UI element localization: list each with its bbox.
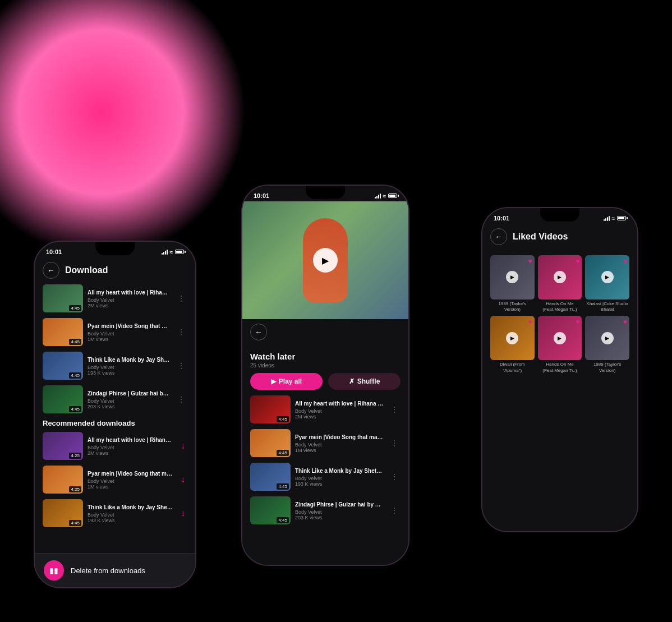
duration-2: 4:45: [69, 339, 81, 345]
wl-item-3[interactable]: 4:45 Think Like a Monk by Jay Shetty | E…: [250, 463, 401, 491]
rec-title-1: All my heart with love | Rihana | a beau…: [88, 436, 174, 444]
watch-later-header: ←: [250, 319, 401, 346]
wl-item-2[interactable]: 4:45 Pyar mein |Video Song that make you…: [250, 429, 401, 457]
video-channel-4: Body Velvet: [88, 398, 171, 404]
video-title-1: All my heart with love | Rihana | a beau…: [88, 289, 171, 296]
rec-views-2: 1M views: [88, 484, 174, 490]
wl-title-4: Zindagi Phirse | Gulzar hai by Amandeep …: [295, 501, 384, 508]
pause-button[interactable]: ▮▮: [44, 560, 64, 580]
liked-label-3: Khalasi |Coke Studio Bharat: [585, 301, 629, 313]
download-icon-2[interactable]: ↓: [178, 472, 187, 487]
rec-duration-1: 4:25: [69, 453, 81, 459]
liked-play-5[interactable]: ▶: [554, 332, 566, 344]
rec-title-2: Pyar mein |Video Song that make you fall…: [88, 470, 174, 477]
rec-channel-2: Body Velvet: [88, 478, 174, 484]
wl-title-2: Pyar mein |Video Song that make you fall…: [295, 434, 384, 441]
downloads-list: 4:45 All my heart with love | Rihana | a…: [43, 284, 187, 413]
liked-title: Liked Videos: [513, 232, 568, 242]
heart-1: ♥: [528, 257, 532, 265]
video-title-4: Zindagi Phirse | Gulzar hai by Amandeep …: [88, 390, 171, 397]
shuffle-button[interactable]: ✗ Shuffle: [328, 373, 401, 390]
wl-menu-1[interactable]: ⋮: [388, 403, 401, 416]
notch-2: [306, 186, 345, 199]
play-all-button[interactable]: ▶ Play all: [250, 373, 323, 390]
liked-label-1: 1989 (Taylor's Version): [490, 301, 535, 313]
video-views-1: 2M views: [88, 303, 171, 308]
wl-dur-2: 4:45: [277, 450, 289, 456]
hero-section: ▶: [242, 201, 408, 319]
download-title: Download: [65, 265, 108, 275]
recommended-item-2[interactable]: 4:25 Pyar mein |Video Song that make you…: [43, 466, 187, 494]
delete-text: Delete from downloads: [71, 566, 145, 575]
rec-thumb-1: 4:25: [43, 432, 83, 460]
thumb-3: 4:45: [43, 352, 83, 380]
rec-info-2: Pyar mein |Video Song that make you fall…: [88, 470, 174, 490]
wl-info-3: Think Like a Monk by Jay Shetty | Episod…: [295, 467, 384, 487]
video-info-1: All my heart with love | Rihana | a beau…: [88, 289, 171, 308]
wl-channel-3: Body Velvet: [295, 476, 384, 481]
liked-item-2[interactable]: ♥ ▶ Hands On Me (Feat.Megan Tr..): [538, 255, 582, 312]
video-info-4: Zindagi Phirse | Gulzar hai by Amandeep …: [88, 390, 171, 409]
thumb-2: 4:45: [43, 318, 83, 346]
rec-duration-2: 4:25: [69, 486, 81, 492]
rec-duration-3: 4:45: [69, 520, 81, 526]
download-icon-1[interactable]: ↓: [178, 439, 187, 453]
menu-icon-4[interactable]: ⋮: [175, 393, 187, 406]
time-3: 10:01: [494, 215, 509, 222]
heart-6: ♥: [623, 318, 627, 326]
heart-2: ♥: [576, 257, 579, 265]
recommended-item-3[interactable]: 4:45 Think Like a Monk by Jay Shetty | E…: [43, 499, 187, 527]
liked-play-4[interactable]: ▶: [506, 332, 518, 344]
liked-thumb-1: ♥ ▶: [490, 255, 535, 300]
wl-menu-4[interactable]: ⋮: [388, 504, 401, 517]
rec-info-1: All my heart with love | Rihana | a beau…: [88, 436, 174, 456]
video-title-2: Pyar mein |Video Song that make you fall…: [88, 322, 171, 330]
wl-title-3: Think Like a Monk by Jay Shetty | Episod…: [295, 467, 384, 474]
delete-bar[interactable]: ▮▮ Delete from downloads: [35, 553, 195, 587]
download-icon-3[interactable]: ↓: [178, 506, 187, 520]
wl-item-4[interactable]: 4:45 Zindagi Phirse | Gulzar hai by Aman…: [250, 496, 401, 524]
wl-item-1[interactable]: 4:45 All my heart with love | Rihana | a…: [250, 395, 401, 423]
download-item-4[interactable]: 4:45 Zindagi Phirse | Gulzar hai by Aman…: [43, 385, 187, 413]
wl-thumb-1: 4:45: [250, 395, 291, 423]
wl-info-2: Pyar mein |Video Song that make you fall…: [295, 434, 384, 453]
menu-icon-1[interactable]: ⋮: [175, 292, 187, 305]
liked-item-5[interactable]: ♥ ▶ Hands On Me (Feat.Megan Tr..): [538, 316, 582, 373]
back-button-2[interactable]: ←: [250, 324, 267, 340]
rec-thumb-2: 4:25: [43, 466, 83, 494]
menu-icon-3[interactable]: ⋮: [175, 359, 187, 372]
liked-label-4: Diwali (From "Apurva"): [490, 362, 535, 374]
back-button-1[interactable]: ←: [43, 262, 59, 279]
recommended-list: 4:25 All my heart with love | Rihana | a…: [43, 432, 187, 527]
rec-title-3: Think Like a Monk by Jay Shetty | Episod…: [88, 504, 174, 511]
play-icon: ▶: [271, 377, 276, 385]
video-views-4: 203 K views: [88, 404, 171, 409]
menu-icon-2[interactable]: ⋮: [175, 325, 187, 339]
liked-play-1[interactable]: ▶: [506, 271, 518, 283]
liked-play-6[interactable]: ▶: [601, 332, 614, 344]
duration-3: 4:45: [69, 372, 81, 379]
time-1: 10:01: [46, 248, 62, 255]
download-item-3[interactable]: 4:45 Think Like a Monk by Jay Shetty | E…: [43, 352, 187, 380]
liked-item-1[interactable]: ♥ ▶ 1989 (Taylor's Version): [490, 255, 535, 312]
liked-play-3[interactable]: ▶: [601, 271, 614, 283]
liked-item-3[interactable]: ♥ ▶ Khalasi |Coke Studio Bharat: [585, 255, 629, 312]
liked-grid: ♥ ▶ 1989 (Taylor's Version) ♥ ▶ Hands On…: [490, 255, 629, 374]
download-item-1[interactable]: 4:45 All my heart with love | Rihana | a…: [43, 284, 187, 312]
liked-item-6[interactable]: ♥ ▶ 1989 (Taylor's Version): [585, 316, 629, 373]
wl-menu-3[interactable]: ⋮: [388, 470, 401, 483]
recommended-item-1[interactable]: 4:25 All my heart with love | Rihana | a…: [43, 432, 187, 460]
download-item-2[interactable]: 4:45 Pyar mein |Video Song that make you…: [43, 318, 187, 346]
wl-menu-2[interactable]: ⋮: [388, 436, 401, 450]
wl-channel-4: Body Velvet: [295, 509, 384, 515]
liked-play-2[interactable]: ▶: [554, 271, 566, 283]
phone-liked-videos: 10:01 ≈ ← Liked Videos ♥ ▶ 1989 (Taylo: [481, 207, 638, 532]
back-button-3[interactable]: ←: [490, 228, 507, 245]
notch: [95, 242, 135, 255]
liked-thumb-4: ♥ ▶: [490, 316, 535, 360]
liked-item-4[interactable]: ♥ ▶ Diwali (From "Apurva"): [490, 316, 535, 373]
wl-title-1: All my heart with love | Rihana | a beau…: [295, 400, 384, 407]
liked-thumb-6: ♥ ▶: [585, 316, 629, 360]
wl-thumb-4: 4:45: [250, 496, 291, 524]
play-button-2[interactable]: ▶: [313, 248, 338, 273]
